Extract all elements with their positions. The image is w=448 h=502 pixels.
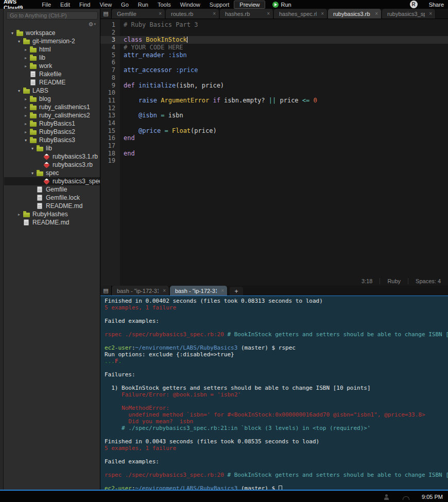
- tree-item-label: RubyBasics1: [39, 120, 75, 127]
- tree-item-html[interactable]: ▸html: [4, 45, 100, 54]
- close-icon[interactable]: ×: [263, 11, 270, 16]
- close-icon[interactable]: ×: [159, 288, 166, 293]
- tree-item-README.md[interactable]: README.md: [4, 218, 100, 227]
- tree-item-git-immersion-2[interactable]: ▾git-immersion-2: [4, 37, 100, 45]
- tab-list-icon[interactable]: ▤: [100, 8, 112, 19]
- menu-item-tools[interactable]: Tools: [153, 2, 176, 8]
- tree-item-ruby_calisthenics1[interactable]: ▸ruby_calisthenics1: [4, 103, 100, 111]
- folder-icon: [29, 46, 37, 53]
- collapse-arrow-icon[interactable]: ▾: [9, 31, 15, 36]
- collapse-arrow-icon[interactable]: ▾: [16, 39, 22, 44]
- person-tray-icon[interactable]: [384, 494, 389, 500]
- tree-item-spec[interactable]: ▾spec: [4, 169, 100, 177]
- tree-item-Gemfile[interactable]: Gemfile: [4, 185, 100, 194]
- terminal-tab-bash-ip-172-31-2[interactable]: bash - "ip-172-31-2×: [170, 286, 228, 296]
- terminal-line: undefined method `isbn=' for #<BookInSto…: [105, 411, 448, 418]
- preview-button[interactable]: Preview: [234, 1, 265, 9]
- expand-arrow-icon[interactable]: ▸: [23, 105, 29, 110]
- gear-icon[interactable]: ⚙: [89, 22, 94, 27]
- terminal-line: [105, 452, 448, 458]
- menu-item-find[interactable]: Find: [75, 2, 95, 8]
- tree-item-LABS[interactable]: ▾LABS: [4, 86, 100, 95]
- language-mode[interactable]: Ruby: [380, 278, 408, 284]
- expand-arrow-icon[interactable]: ▸: [23, 64, 29, 68]
- code-line: [120, 119, 448, 127]
- code-area[interactable]: # Ruby Basics Part 3class BookInStock# Y…: [120, 19, 448, 286]
- main-area: ⚙ ▾ ▾workspace▾git-immersion-2▸html▸lib▸…: [0, 9, 448, 491]
- line-number: 13: [100, 112, 120, 119]
- terminal-tab-bash-ip-172-31-2[interactable]: bash - "ip-172-31-2×: [112, 286, 169, 296]
- editor-tab-hashes.rb[interactable]: hashes.rb×: [220, 9, 273, 19]
- terminal-line: [105, 431, 448, 438]
- code-line: [120, 142, 448, 150]
- code-line: # YOUR CODE HERE: [120, 44, 448, 51]
- terminal-output[interactable]: Finished in 0.00402 seconds (files took …: [100, 296, 448, 490]
- menu-item-run[interactable]: Run: [133, 2, 153, 8]
- folder-icon: [22, 211, 30, 217]
- file-icon: [22, 219, 30, 226]
- collapse-arrow-icon[interactable]: ▾: [29, 171, 36, 176]
- menu-item-file[interactable]: File: [37, 2, 56, 8]
- network-tray-icon[interactable]: [403, 494, 408, 500]
- terminal-tabs: bash - "ip-172-31-2×bash - "ip-172-31-2×: [112, 286, 228, 296]
- expand-arrow-icon[interactable]: ▸: [23, 113, 29, 118]
- editor-tab-rubybasics3-spe[interactable]: rubybasics3_spe×: [382, 9, 436, 19]
- collapse-arrow-icon[interactable]: ▾: [23, 138, 29, 143]
- menu-item-window[interactable]: Window: [176, 2, 205, 8]
- tree-item-blog[interactable]: ▸blog: [4, 95, 100, 103]
- expand-arrow-icon[interactable]: ▸: [23, 122, 29, 126]
- menu-item-edit[interactable]: Edit: [56, 2, 75, 8]
- close-icon[interactable]: ×: [425, 11, 432, 16]
- editor-tab-routes.rb[interactable]: routes.rb×: [166, 9, 219, 19]
- terminal-tab-list-icon[interactable]: ▤: [100, 285, 112, 296]
- tree-item-Rakefile[interactable]: Rakefile: [4, 70, 100, 78]
- close-icon[interactable]: ×: [217, 288, 224, 293]
- editor-tab-hashes-spec.rb[interactable]: hashes_spec.rb×: [274, 9, 328, 19]
- code-line: class BookInStock: [120, 36, 448, 44]
- code-editor[interactable]: 12345678910111213141516171819 # Ruby Bas…: [100, 19, 448, 286]
- tree-item-RubyHashes[interactable]: ▸RubyHashes: [4, 210, 100, 218]
- collapse-arrow-icon[interactable]: ▾: [29, 146, 36, 151]
- user-avatar[interactable]: R: [410, 1, 418, 8]
- tree-item-README.md[interactable]: README.md: [4, 202, 100, 210]
- tree-item-RubyBasics1[interactable]: ▸RubyBasics1: [4, 119, 100, 128]
- tree-item-rubybasics3.1.rb[interactable]: rubybasics3.1.rb: [4, 152, 100, 161]
- tree-item-label: rubybasics3.1.rb: [53, 153, 98, 160]
- menu-item-go[interactable]: Go: [116, 2, 133, 8]
- expand-arrow-icon[interactable]: ▸: [23, 130, 29, 134]
- expand-arrow-icon[interactable]: ▸: [16, 212, 22, 217]
- expand-arrow-icon[interactable]: ▸: [23, 97, 29, 101]
- expand-arrow-icon[interactable]: ▸: [23, 47, 29, 52]
- tree-item-README[interactable]: README: [4, 78, 100, 86]
- editor-tab-rubybasics3.rb[interactable]: rubybasics3.rb×: [328, 9, 382, 19]
- tree-item-ruby_calisthenics2[interactable]: ▸ruby_calisthenics2: [4, 111, 100, 119]
- goto-anything-input[interactable]: [6, 11, 98, 20]
- tree-item-rubybasics3_spec.rb[interactable]: rubybasics3_spec.rb: [4, 177, 100, 185]
- tree-item-RubyBasics2[interactable]: ▸RubyBasics2: [4, 128, 100, 136]
- tree-item-workspace[interactable]: ▾workspace: [4, 29, 100, 37]
- tree-item-rubybasics3.rb[interactable]: rubybasics3.rb: [4, 161, 100, 169]
- terminal-line: Run options: exclude {:disabled=>true}: [105, 351, 448, 358]
- run-button[interactable]: Run: [272, 2, 291, 8]
- collapse-arrow-icon[interactable]: ▾: [16, 89, 22, 93]
- tree-item-RubyBasics3[interactable]: ▾RubyBasics3: [4, 136, 100, 144]
- expand-arrow-icon[interactable]: ▸: [23, 56, 29, 60]
- close-icon[interactable]: ×: [317, 11, 324, 16]
- tree-item-label: README.md: [32, 219, 69, 226]
- tree-item-lib[interactable]: ▸lib: [4, 54, 100, 62]
- share-button[interactable]: Share: [429, 2, 448, 8]
- indent-setting[interactable]: Spaces: 4: [408, 278, 448, 284]
- new-terminal-tab-button[interactable]: +: [230, 287, 243, 296]
- menu-item-support[interactable]: Support: [205, 2, 234, 8]
- close-icon[interactable]: ×: [371, 11, 378, 16]
- tree-item-Gemfile.lock[interactable]: Gemfile.lock: [4, 194, 100, 202]
- terminal-line: rspec ./spec/rubybasics3_spec.rb:20 # Bo…: [105, 331, 448, 338]
- close-icon[interactable]: ×: [209, 11, 216, 16]
- tree-item-work[interactable]: ▸work: [4, 62, 100, 70]
- close-icon[interactable]: ×: [154, 11, 162, 16]
- tree-item-lib[interactable]: ▾lib: [4, 144, 100, 152]
- editor-tab-Gemfile[interactable]: Gemfile×: [112, 9, 165, 19]
- menu-item-view[interactable]: View: [95, 2, 116, 8]
- line-number: 17: [100, 142, 120, 150]
- ruby-file-icon: [42, 179, 50, 184]
